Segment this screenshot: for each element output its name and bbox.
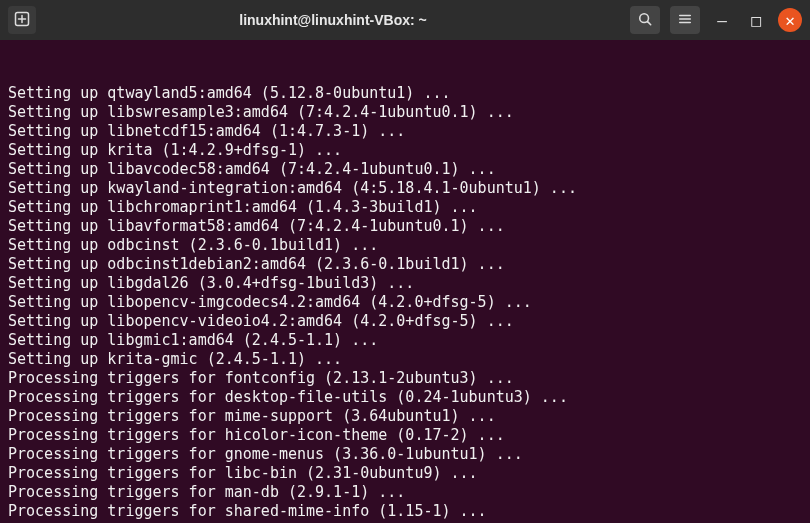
terminal-line: Setting up libavformat58:amd64 (7:4.2.4-… — [8, 217, 802, 236]
search-button[interactable] — [630, 6, 660, 34]
terminal-line: Processing triggers for shared-mime-info… — [8, 502, 802, 521]
new-tab-icon — [14, 11, 30, 30]
window-title: linuxhint@linuxhint-VBox: ~ — [44, 12, 622, 28]
terminal-line: Processing triggers for gnome-menus (3.3… — [8, 445, 802, 464]
terminal-line: Setting up libswresample3:amd64 (7:4.2.4… — [8, 103, 802, 122]
new-tab-button[interactable] — [8, 6, 36, 34]
titlebar-right: — □ ✕ — [630, 6, 802, 34]
close-button[interactable]: ✕ — [778, 8, 802, 32]
terminal-line: Setting up libopencv-imgcodecs4.2:amd64 … — [8, 293, 802, 312]
maximize-icon: □ — [751, 11, 761, 30]
terminal-line: Setting up libnetcdf15:amd64 (1:4.7.3-1)… — [8, 122, 802, 141]
terminal-line: Processing triggers for mime-support (3.… — [8, 407, 802, 426]
terminal-line: Setting up krita (1:4.2.9+dfsg-1) ... — [8, 141, 802, 160]
minimize-icon: — — [717, 11, 727, 30]
minimize-button[interactable]: — — [710, 8, 734, 32]
terminal-line: Setting up kwayland-integration:amd64 (4… — [8, 179, 802, 198]
terminal-line: Setting up libchromaprint1:amd64 (1.4.3-… — [8, 198, 802, 217]
terminal-line: Setting up odbcinst1debian2:amd64 (2.3.6… — [8, 255, 802, 274]
terminal-line: Setting up odbcinst (2.3.6-0.1build1) ..… — [8, 236, 802, 255]
terminal-line: Processing triggers for hicolor-icon-the… — [8, 426, 802, 445]
terminal-line: Setting up libgmic1:amd64 (2.4.5-1.1) ..… — [8, 331, 802, 350]
terminal-line: Setting up libavcodec58:amd64 (7:4.2.4-1… — [8, 160, 802, 179]
terminal-output: Setting up qtwayland5:amd64 (5.12.8-0ubu… — [8, 84, 802, 521]
titlebar: linuxhint@linuxhint-VBox: ~ — □ ✕ — [0, 0, 810, 40]
hamburger-icon — [678, 11, 692, 30]
menu-button[interactable] — [670, 6, 700, 34]
terminal-line: Setting up qtwayland5:amd64 (5.12.8-0ubu… — [8, 84, 802, 103]
close-icon: ✕ — [785, 11, 795, 30]
terminal-body[interactable]: Setting up qtwayland5:amd64 (5.12.8-0ubu… — [0, 40, 810, 523]
terminal-line: Setting up krita-gmic (2.4.5-1.1) ... — [8, 350, 802, 369]
terminal-line: Processing triggers for man-db (2.9.1-1)… — [8, 483, 802, 502]
terminal-line: Setting up libopencv-videoio4.2:amd64 (4… — [8, 312, 802, 331]
maximize-button[interactable]: □ — [744, 8, 768, 32]
search-icon — [638, 11, 652, 30]
terminal-line: Setting up libgdal26 (3.0.4+dfsg-1build3… — [8, 274, 802, 293]
terminal-line: Processing triggers for fontconfig (2.13… — [8, 369, 802, 388]
terminal-line: Processing triggers for desktop-file-uti… — [8, 388, 802, 407]
terminal-line: Processing triggers for libc-bin (2.31-0… — [8, 464, 802, 483]
titlebar-left — [8, 6, 36, 34]
